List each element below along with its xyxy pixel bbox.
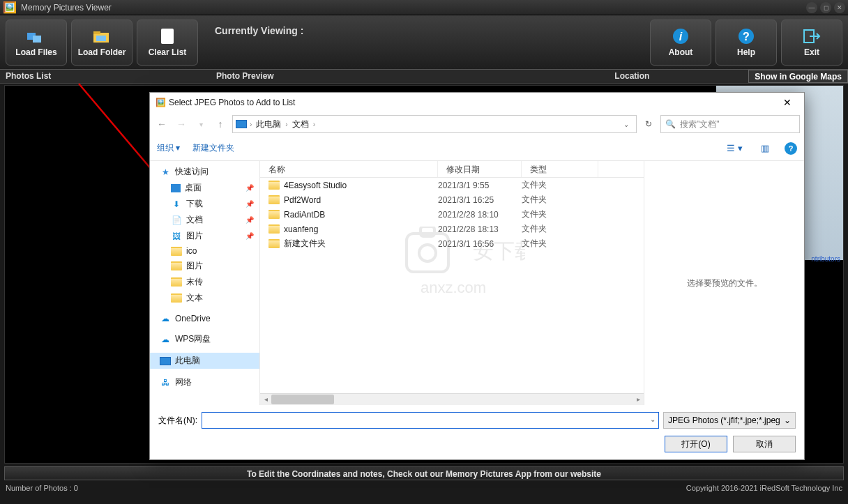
pc-icon	[160, 357, 171, 365]
file-type-filter[interactable]: JPEG Photos (*.jfif;*.jpe;*.jpeg⌄	[663, 412, 796, 429]
file-type: 文件夹	[522, 194, 598, 206]
tree-wps[interactable]: ☁WPS网盘	[150, 331, 259, 347]
nav-recent-button[interactable]: ▾	[193, 116, 209, 132]
load-files-button[interactable]: Load Files	[6, 20, 67, 66]
help-button[interactable]: ? Help	[716, 20, 777, 66]
pin-icon: 📌	[245, 216, 254, 224]
file-column-headers[interactable]: 名称 修改日期 类型	[260, 161, 644, 178]
column-type[interactable]: 类型	[522, 161, 598, 177]
filename-dropdown-icon[interactable]: ⌄	[650, 415, 656, 423]
chevron-right-icon: ›	[285, 121, 287, 128]
file-name: xuanfeng	[284, 224, 318, 234]
photo-preview-header: Photo Preview	[146, 70, 609, 83]
tree-item-label: 文档	[186, 214, 203, 226]
tree-network[interactable]: 🖧网络	[150, 374, 259, 390]
folder-icon	[268, 210, 280, 219]
clear-list-button[interactable]: Clear List	[137, 20, 198, 66]
folder-icon	[171, 277, 182, 287]
filename-input[interactable]: ⌄	[202, 412, 659, 429]
map-attribution: ntributors	[811, 255, 840, 263]
tree-item[interactable]: ico	[150, 244, 259, 258]
file-list-area: 名称 修改日期 类型 安下载anxz.com 4Easysoft Studio2…	[260, 161, 644, 405]
organize-menu[interactable]: 组织 ▾	[157, 142, 180, 154]
dialog-icon: 🖼️	[156, 98, 166, 107]
file-type: 文件夹	[522, 238, 598, 250]
file-list[interactable]: 安下载anxz.com 4Easysoft Studio2021/3/1 9:5…	[260, 178, 644, 393]
scroll-right-button[interactable]: ▸	[633, 394, 644, 405]
horizontal-scrollbar[interactable]: ◂ ▸	[260, 393, 644, 405]
load-files-label: Load Files	[15, 47, 56, 57]
tree-item[interactable]: 文本	[150, 290, 259, 306]
tree-item[interactable]: 🖼图片📌	[150, 228, 259, 244]
preview-pane-button[interactable]: ▥	[758, 143, 772, 153]
close-button[interactable]: ✕	[834, 2, 845, 13]
dialog-help-button[interactable]: ?	[785, 142, 797, 155]
folder-icon	[268, 181, 280, 190]
breadcrumb-pc[interactable]: 此电脑	[255, 119, 282, 130]
search-icon: 🔍	[665, 119, 676, 129]
nav-back-button[interactable]: ←	[154, 116, 169, 132]
status-photo-count: Number of Photos : 0	[6, 484, 78, 492]
nav-forward-button[interactable]: →	[174, 116, 189, 132]
chevron-down-icon: ⌄	[784, 415, 791, 425]
tree-item[interactable]: 桌面📌	[150, 180, 259, 196]
tree-item-label: 图片	[186, 260, 203, 272]
svg-rect-5	[161, 29, 174, 44]
folder-icon	[268, 224, 280, 234]
cancel-button[interactable]: 取消	[733, 436, 796, 452]
minimize-button[interactable]: —	[806, 2, 817, 13]
address-dropdown-button[interactable]: ⌄	[619, 121, 633, 128]
breadcrumb-documents[interactable]: 文档	[291, 119, 310, 130]
tree-item-label: 文本	[186, 292, 203, 304]
dialog-body: ★快速访问 桌面📌⬇下载📌📄文档📌🖼图片📌ico图片末传文本 ☁OneDrive…	[150, 161, 804, 405]
folder-icon	[171, 247, 182, 256]
nav-up-button[interactable]: ↑	[213, 116, 228, 132]
nav-tree[interactable]: ★快速访问 桌面📌⬇下载📌📄文档📌🖼图片📌ico图片末传文本 ☁OneDrive…	[150, 161, 260, 405]
info-icon: i	[670, 28, 691, 45]
help-icon: ?	[736, 28, 757, 45]
tree-item[interactable]: 📄文档📌	[150, 212, 259, 228]
about-button[interactable]: i About	[650, 20, 711, 66]
column-name[interactable]: 名称	[260, 161, 438, 177]
tree-item[interactable]: ⬇下载📌	[150, 196, 259, 212]
tree-this-pc[interactable]: 此电脑	[150, 353, 259, 369]
show-in-google-maps-button[interactable]: Show in Google Maps	[748, 70, 848, 83]
folder-icon	[268, 195, 280, 204]
filter-label: JPEG Photos (*.jfif;*.jpe;*.jpeg	[668, 415, 780, 425]
open-button[interactable]: 打开(O)	[665, 436, 727, 452]
search-input[interactable]: 🔍 搜索"文档"	[660, 115, 800, 133]
load-folder-button[interactable]: Load Folder	[71, 20, 132, 66]
file-name: 新建文件夹	[284, 238, 326, 250]
exit-label: Exit	[804, 47, 819, 57]
address-bar[interactable]: › 此电脑 › 文档 › ⌄	[232, 115, 637, 133]
chevron-right-icon: ›	[250, 121, 252, 128]
file-row[interactable]: RadiAntDB2021/2/28 18:10文件夹	[260, 207, 644, 222]
desktop-icon	[171, 184, 181, 192]
tree-item[interactable]: 末传	[150, 274, 259, 290]
file-row[interactable]: 4Easysoft Studio2021/3/1 9:55文件夹	[260, 178, 644, 192]
filename-field[interactable]	[205, 413, 656, 428]
exit-button[interactable]: Exit	[781, 20, 842, 66]
scroll-thumb[interactable]	[271, 395, 334, 404]
svg-text:anxz.com: anxz.com	[421, 279, 486, 296]
download-icon: ⬇	[171, 199, 182, 209]
dialog-close-button[interactable]: ✕	[776, 96, 798, 109]
folder-icon	[171, 293, 182, 303]
svg-text:?: ?	[743, 31, 750, 43]
scroll-left-button[interactable]: ◂	[260, 394, 271, 405]
maximize-button[interactable]: ◻	[820, 2, 831, 13]
file-row[interactable]: Pdf2Word2021/3/1 16:25文件夹	[260, 192, 644, 207]
tree-item[interactable]: 图片	[150, 258, 259, 274]
view-options-button[interactable]: ☰ ▾	[724, 143, 745, 153]
tree-quick-access[interactable]: ★快速访问	[150, 164, 259, 180]
tree-item-label: 末传	[186, 276, 203, 288]
new-folder-button[interactable]: 新建文件夹	[192, 142, 234, 154]
tree-onedrive[interactable]: ☁OneDrive	[150, 312, 259, 326]
column-date[interactable]: 修改日期	[438, 161, 522, 177]
file-date: 2021/3/1 16:25	[438, 195, 522, 205]
pc-icon	[236, 120, 247, 128]
refresh-button[interactable]: ↻	[641, 119, 656, 129]
clear-list-label: Clear List	[149, 47, 187, 57]
file-type: 文件夹	[522, 179, 598, 191]
tree-item-label: 桌面	[185, 182, 202, 194]
